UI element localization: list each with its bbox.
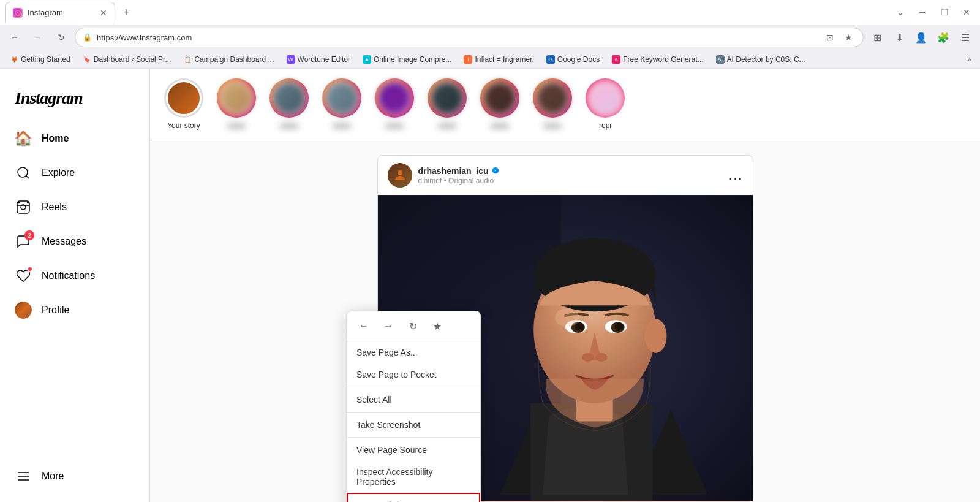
story-label: ●●●●	[544, 121, 562, 130]
svg-point-3	[18, 167, 28, 177]
story-item-4[interactable]: ●●●●	[373, 78, 416, 130]
instagram-main: Your story ●●●● ●●●● ●●●●	[150, 69, 980, 502]
sidebar-item-profile-label: Profile	[42, 305, 69, 316]
account-icon[interactable]: 👤	[911, 28, 931, 47]
post-avatar	[388, 163, 412, 188]
context-menu-item-select-all[interactable]: Select All	[347, 389, 480, 411]
messages-badge: 2	[24, 230, 34, 240]
story-item-2[interactable]: ●●●●	[268, 78, 311, 130]
bookmarks-bar: 🦊 Getting Started 🔖 Dashboard ‹ Social P…	[0, 50, 980, 69]
address-bar[interactable]: 🔒 https://www.instagram.com ⊡ ★	[75, 28, 864, 47]
story-ring	[586, 78, 625, 118]
context-bookmark-button[interactable]: ★	[428, 316, 447, 336]
svg-point-28	[595, 353, 607, 362]
context-menu-item-save-pocket[interactable]: Save Page to Pocket	[347, 363, 480, 386]
svg-point-19	[644, 319, 666, 353]
back-button[interactable]: ←	[5, 28, 24, 47]
story-ring	[375, 78, 414, 118]
sidebar-item-home[interactable]: 🏠 Home	[7, 123, 142, 154]
story-label: repi	[599, 121, 611, 130]
profile-avatar-icon	[15, 302, 32, 319]
context-menu-item-inspect[interactable]: Inspect (Q)	[347, 493, 480, 502]
story-avatar	[587, 80, 623, 116]
story-ring	[480, 78, 519, 118]
context-forward-button[interactable]: →	[379, 316, 398, 336]
verified-icon	[491, 166, 500, 177]
story-item-6[interactable]: ●●●●	[478, 78, 521, 130]
post-more-button[interactable]: ...	[729, 169, 743, 183]
tab-close-button[interactable]: ✕	[100, 8, 107, 18]
active-tab[interactable]: Instagram ✕	[5, 2, 115, 23]
close-button[interactable]: ✕	[958, 4, 975, 21]
notification-dot	[27, 266, 33, 272]
context-menu-item-inspect-accessibility[interactable]: Inspect Accessibility Properties	[347, 461, 480, 493]
bookmark-keyword[interactable]: a Free Keyword Generat...	[607, 54, 708, 65]
context-back-button[interactable]: ←	[354, 316, 374, 336]
stories-bar: Your story ●●●● ●●●● ●●●●	[150, 69, 980, 140]
context-menu-item-take-screenshot[interactable]: Take Screenshot	[347, 414, 480, 436]
story-label: ●●●●	[333, 121, 351, 130]
bookmark-ai-detector[interactable]: AI AI Detector by C0S: C...	[711, 54, 810, 65]
downloads-icon[interactable]: ⬇	[889, 28, 909, 47]
tab-favicon	[13, 8, 23, 18]
bookmark-getting-started[interactable]: 🦊 Getting Started	[5, 54, 75, 65]
story-item-7[interactable]: ●●●●	[531, 78, 574, 130]
story-item-3[interactable]: ●●●●	[320, 78, 363, 130]
context-menu-item-view-source[interactable]: View Page Source	[347, 439, 480, 461]
window-controls: ⌄ ─ ❐ ✕	[892, 4, 975, 21]
bookmark-image-compress[interactable]: ▲ Online Image Compre...	[358, 54, 456, 65]
context-menu-divider-1	[347, 387, 480, 387]
bookmark-dashboard[interactable]: 🔖 Dashboard ‹ Social Pr...	[78, 54, 176, 65]
pocket-icon[interactable]: ⊞	[867, 28, 887, 47]
svg-point-7	[18, 202, 20, 203]
forward-button[interactable]: →	[28, 28, 48, 47]
extensions-icon[interactable]: 🧩	[933, 28, 953, 47]
sidebar-item-explore[interactable]: Explore	[7, 157, 142, 189]
reels-icon	[15, 199, 32, 216]
menu-button[interactable]: ☰	[956, 28, 975, 47]
svg-point-13	[398, 170, 402, 175]
notifications-icon	[15, 267, 32, 284]
sidebar-item-reels[interactable]: Reels	[7, 191, 142, 223]
sidebar-more-button[interactable]: More	[7, 460, 142, 492]
bookmark-inflact[interactable]: I Inflact = Ingramer.	[459, 54, 538, 65]
bookmark-star-icon[interactable]: ★	[841, 30, 856, 45]
sidebar-item-home-label: Home	[42, 133, 69, 144]
security-icon: 🔒	[83, 33, 92, 42]
bookmark-label: Campaign Dashboard ...	[194, 55, 274, 64]
new-tab-button[interactable]: +	[118, 4, 135, 21]
post-username[interactable]: drhashemian_icu	[418, 166, 723, 177]
tab-list-button[interactable]: ⌄	[892, 4, 909, 21]
bookmark-campaign[interactable]: 📋 Campaign Dashboard ...	[178, 54, 279, 65]
screenshot-icon[interactable]: ⊡	[823, 30, 837, 45]
svg-point-8	[28, 202, 29, 203]
minimize-button[interactable]: ─	[914, 4, 931, 21]
bookmark-google-docs[interactable]: G Google Docs	[541, 54, 605, 65]
reload-button[interactable]: ↻	[51, 28, 71, 47]
story-item-1[interactable]: ●●●●	[215, 78, 258, 130]
story-item-your[interactable]: Your story	[162, 78, 205, 130]
sidebar-item-messages[interactable]: 2 Messages	[7, 226, 142, 257]
story-label: ●●●●	[491, 121, 509, 130]
bookmark-label: Google Docs	[557, 55, 600, 64]
context-reload-button[interactable]: ↻	[403, 316, 423, 336]
svg-point-29	[555, 308, 579, 327]
bookmarks-overflow-button[interactable]: »	[963, 54, 975, 65]
context-menu-item-save-page-as[interactable]: Save Page As...	[347, 341, 480, 363]
story-label: ●●●●	[228, 121, 246, 130]
post-header: drhashemian_icu dinimdf • Original audio	[378, 156, 753, 195]
bookmark-favicon: 🔖	[83, 55, 91, 64]
sidebar-item-notifications[interactable]: Notifications	[7, 260, 142, 292]
story-item-8[interactable]: repi	[584, 78, 627, 130]
bookmark-wordtune[interactable]: W Wordtune Editor	[282, 54, 356, 65]
sidebar-item-profile[interactable]: Profile	[7, 294, 142, 326]
nav-right-icons: ⊞ ⬇ 👤 🧩 ☰	[867, 28, 975, 47]
more-icon	[15, 468, 32, 485]
story-item-5[interactable]: ●●●●	[426, 78, 469, 130]
bookmark-favicon: G	[546, 55, 555, 64]
story-avatar	[429, 80, 465, 116]
bookmark-label: AI Detector by C0S: C...	[727, 55, 805, 64]
restore-button[interactable]: ❐	[936, 4, 953, 21]
more-label: More	[42, 471, 64, 482]
svg-point-1	[17, 11, 20, 14]
